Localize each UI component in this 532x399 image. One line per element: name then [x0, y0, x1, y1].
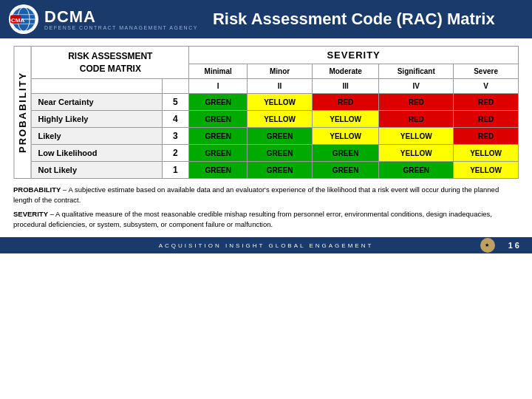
table-cell: RED	[454, 111, 519, 128]
table-cell: GREEN	[248, 162, 313, 179]
bottom-bar: ACQUISITION INSIGHT GLOBAL ENGAGEMENT ★ …	[0, 237, 532, 253]
table-cell: YELLOW	[379, 128, 454, 145]
code-matrix-label: CODE MATRIX	[39, 63, 181, 75]
bottom-logo: ★	[480, 238, 495, 253]
agency-name: DEFENSE CONTRACT MANAGEMENT AGENCY	[44, 25, 198, 31]
rac-matrix-table: RISK ASSESSMENT CODE MATRIX SEVERITY Min…	[31, 46, 519, 179]
row-number: 2	[162, 145, 189, 162]
spacer-cell	[32, 79, 162, 94]
col-header-significant: Significant	[379, 64, 454, 79]
col-header-moderate: Moderate	[312, 64, 378, 79]
probability-footer: PROBABILITY – A subjective estimate base…	[13, 185, 519, 206]
globe-icon: DCMA	[10, 6, 37, 33]
table-cell: GREEN	[312, 162, 378, 179]
row-label: Near Certainty	[32, 94, 162, 111]
table-cell: RED	[312, 94, 378, 111]
roman-V: V	[454, 79, 519, 94]
col-header-minor: Minor	[248, 64, 313, 79]
table-cell: GREEN	[189, 94, 248, 111]
severity-desc: A qualitative measure of the most reason…	[13, 210, 492, 228]
row-label: Not Likely	[32, 162, 162, 179]
bottom-text: ACQUISITION INSIGHT GLOBAL ENGAGEMENT	[159, 242, 374, 249]
roman-I: I	[189, 79, 248, 94]
row-number: 1	[162, 162, 189, 179]
risk-assessment-label: RISK ASSESSMENT	[39, 50, 181, 63]
row-label: Likely	[32, 128, 162, 145]
col-header-minimal: Minimal	[189, 64, 248, 79]
table-cell: GREEN	[379, 162, 454, 179]
row-number: 3	[162, 128, 189, 145]
table-cell: GREEN	[248, 128, 313, 145]
spacer-cell-2	[162, 79, 189, 94]
table-cell: GREEN	[189, 162, 248, 179]
row-number: 5	[162, 94, 189, 111]
table-cell: YELLOW	[312, 128, 378, 145]
table-cell: RED	[379, 111, 454, 128]
table-cell: GREEN	[312, 145, 378, 162]
table-cell: YELLOW	[312, 111, 378, 128]
table-wrapper: PROBABILITY RISK ASSESSMENT CODE MATRIX …	[13, 46, 519, 179]
roman-II: II	[248, 79, 313, 94]
table-cell: YELLOW	[379, 145, 454, 162]
table-cell: RED	[454, 128, 519, 145]
table-cell: GREEN	[189, 145, 248, 162]
main-content: PROBABILITY RISK ASSESSMENT CODE MATRIX …	[0, 38, 532, 237]
row-number: 4	[162, 111, 189, 128]
row-label: Highly Likely	[32, 111, 162, 128]
roman-III: III	[312, 79, 378, 94]
svg-text:DCMA: DCMA	[10, 17, 24, 24]
logo-area: DCMA DCMA DEFENSE CONTRACT MANAGEMENT AG…	[9, 4, 198, 34]
roman-IV: IV	[379, 79, 454, 94]
table-cell: RED	[379, 94, 454, 111]
header: DCMA DCMA DEFENSE CONTRACT MANAGEMENT AG…	[0, 0, 532, 38]
table-cell: GREEN	[248, 145, 313, 162]
table-cell: YELLOW	[248, 111, 313, 128]
table-cell: RED	[454, 94, 519, 111]
dcma-logo: DCMA	[9, 4, 38, 34]
table-cell: YELLOW	[248, 94, 313, 111]
page-number: 16	[508, 241, 522, 250]
table-cell: YELLOW	[454, 162, 519, 179]
row-label: Low Likelihood	[32, 145, 162, 162]
probability-label: PROBABILITY	[13, 46, 31, 179]
logo-text: DCMA	[44, 7, 198, 27]
table-cell: GREEN	[189, 128, 248, 145]
severity-footer: SEVERITY – A qualitative measure of the …	[13, 209, 519, 231]
col-header-severe: Severe	[454, 64, 519, 79]
severity-header: SEVERITY	[189, 47, 519, 64]
risk-assessment-header: RISK ASSESSMENT CODE MATRIX	[32, 47, 189, 79]
table-cell: YELLOW	[454, 145, 519, 162]
page-title: Risk Assessment Code (RAC) Matrix	[213, 10, 523, 29]
table-cell: GREEN	[189, 111, 248, 128]
probability-desc: A subjective estimate based on available…	[13, 185, 499, 204]
